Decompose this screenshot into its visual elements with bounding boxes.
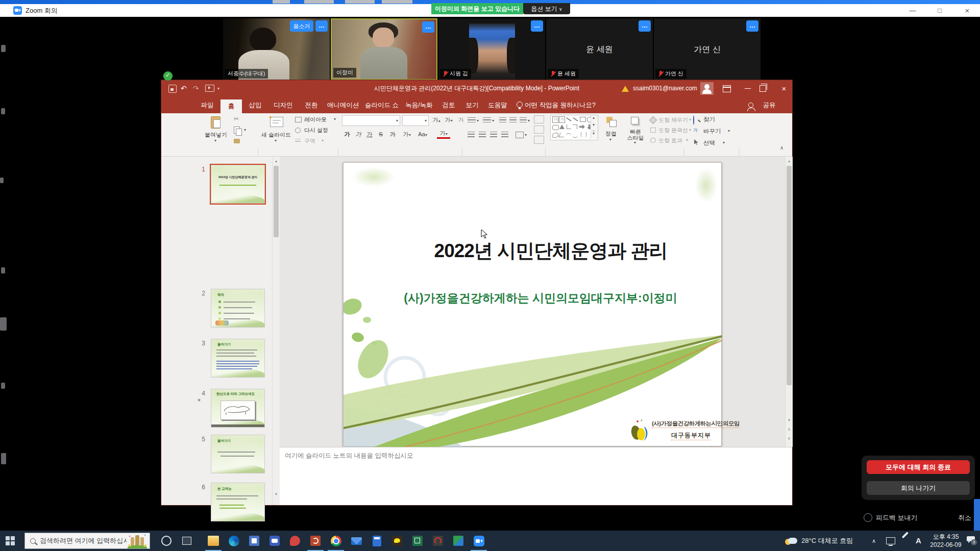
slide-thumbnail-6[interactable]: 본 교재는 xyxy=(211,483,265,521)
numbering-caret[interactable]: ▾ xyxy=(492,118,494,123)
taskbar-zoom[interactable] xyxy=(469,531,489,551)
slide-canvas[interactable]: 2022년 시민단체운영과 관리 (사)가정을건강하게하는 시민의모임대구지부:… xyxy=(343,162,722,446)
clear-formatting-button[interactable]: 가 xyxy=(455,115,467,124)
save-icon[interactable] xyxy=(168,85,177,93)
bullets-caret[interactable]: ▾ xyxy=(477,118,479,123)
tile-more-button[interactable]: … xyxy=(315,20,328,32)
start-slideshow-icon[interactable] xyxy=(205,85,214,92)
task-view-button[interactable] xyxy=(177,531,197,551)
copy-caret[interactable]: ▾ xyxy=(244,128,246,132)
text-shadow-button[interactable]: 가 xyxy=(387,130,398,139)
columns-button[interactable] xyxy=(516,132,524,138)
account-avatar-icon[interactable] xyxy=(700,82,714,95)
strikethrough-button[interactable]: S xyxy=(376,130,386,139)
taskbar-excel[interactable] xyxy=(407,531,428,551)
ime-indicator[interactable]: A xyxy=(916,531,921,551)
tile-more-button[interactable]: … xyxy=(531,20,543,32)
slide-thumbnail-4[interactable]: 한선으로 따라 그려보세요 xyxy=(211,389,265,428)
collapse-ribbon-button[interactable]: ∧ xyxy=(780,145,783,151)
tab-file[interactable]: 파일 xyxy=(195,97,219,113)
notes-pane[interactable]: 여기에 슬라이드 노트의 내용을 입력하십시오 xyxy=(280,447,792,505)
network-icon[interactable] xyxy=(886,537,895,544)
shapes-gallery[interactable]: 가 가 { } ▴ ▾ xyxy=(550,115,598,140)
pen-icon[interactable] xyxy=(902,532,909,538)
copy-icon[interactable] xyxy=(234,127,240,134)
video-tile-participant-3[interactable]: … 시원 김 xyxy=(438,18,545,80)
format-painter-icon[interactable] xyxy=(234,139,240,143)
slide-thumbnail-5[interactable]: 들어가기 xyxy=(211,435,265,473)
change-case-button[interactable]: Aa▾ xyxy=(415,130,430,140)
taskbar-edge[interactable] xyxy=(224,531,244,551)
zoom-maximize-button[interactable]: □ xyxy=(928,4,951,17)
italic-button[interactable]: 가 xyxy=(353,130,363,139)
taskbar-powerpoint[interactable] xyxy=(305,531,326,551)
slide-scrollbar[interactable]: ▴ ▾ ∧ ∨ xyxy=(785,157,793,447)
tell-me-box[interactable]: 어떤 작업을 원하시나요? xyxy=(525,97,601,113)
taskbar-file-explorer[interactable] xyxy=(203,531,224,551)
scroll-up-arrow[interactable]: ▴ xyxy=(786,158,793,165)
tab-slideshow[interactable]: 슬라이드 쇼 xyxy=(362,97,401,113)
share-button[interactable]: 공유 xyxy=(744,97,785,113)
zoom-close-button[interactable]: × xyxy=(955,4,979,17)
video-tile-participant-2[interactable]: … 이정미 xyxy=(331,18,437,80)
tab-view[interactable]: 보기 xyxy=(461,97,483,113)
account-email[interactable]: ssaim0301@naver.com xyxy=(633,80,697,97)
text-direction-button[interactable] xyxy=(534,115,544,123)
start-button[interactable] xyxy=(0,531,20,551)
cortana-button[interactable] xyxy=(156,531,177,551)
tray-chevron-up-icon[interactable]: ∧ xyxy=(872,531,876,551)
cut-icon[interactable]: ✂ xyxy=(234,115,239,122)
tab-insert[interactable]: 삽입 xyxy=(243,97,267,113)
thumbnail-scrollbar[interactable]: ▴ ▾ xyxy=(272,157,280,505)
weather-icon[interactable] xyxy=(785,537,798,545)
paste-button[interactable]: 붙여넣기 ▾ xyxy=(203,115,229,146)
notification-center-button[interactable]: 3 xyxy=(967,536,976,544)
taskbar-mail[interactable] xyxy=(346,531,366,551)
new-slide-button[interactable]: 새 슬라이드 ▾ xyxy=(261,115,291,146)
redo-icon[interactable]: ↷ xyxy=(193,84,199,92)
taskbar-hancom-office[interactable] xyxy=(448,531,469,551)
tab-record[interactable]: 녹음/녹화 xyxy=(402,97,436,113)
scroll-up-arrow[interactable]: ▴ xyxy=(273,158,280,165)
line-spacing-button[interactable] xyxy=(520,117,527,123)
video-tile-participant-1[interactable]: 음소거 … 서종수(대구대) xyxy=(223,18,330,80)
zoom-minimize-button[interactable]: — xyxy=(901,4,924,17)
previous-slide-button[interactable]: ∧ xyxy=(786,426,793,433)
scroll-down-arrow[interactable]: ▾ xyxy=(273,491,280,498)
taskbar-messaging-app[interactable] xyxy=(264,531,285,551)
taskbar-photos-app[interactable] xyxy=(244,531,264,551)
taskbar-security-app[interactable] xyxy=(285,531,305,551)
end-meeting-for-all-button[interactable]: 모두에 대해 회의 종료 xyxy=(867,460,970,474)
tile-more-button[interactable]: … xyxy=(746,20,758,32)
smartart-convert-button[interactable] xyxy=(534,136,544,144)
undo-icon[interactable]: ↶ xyxy=(181,84,187,92)
font-size-combobox[interactable]: ▾ xyxy=(402,115,429,126)
next-slide-button[interactable]: ∨ xyxy=(786,435,793,442)
shrink-font-button[interactable]: 가▾ xyxy=(443,115,454,126)
font-name-combobox[interactable]: ▾ xyxy=(342,115,400,126)
slide-subtitle[interactable]: (사)가정을건강하게하는 시민의모임대구지부:이정미 xyxy=(359,290,722,306)
align-center-button[interactable] xyxy=(479,132,486,138)
columns-caret[interactable]: ▾ xyxy=(525,133,527,137)
tab-animations[interactable]: 애니메이션 xyxy=(325,97,361,113)
leave-meeting-button[interactable]: 회의 나가기 xyxy=(867,481,970,495)
taskbar-acrobat[interactable] xyxy=(428,531,448,551)
feedback-checkbox[interactable] xyxy=(864,513,872,522)
underline-button[interactable]: 가 xyxy=(364,130,375,139)
character-spacing-button[interactable]: 가▾ xyxy=(400,130,413,140)
video-tile-participant-5[interactable]: 가연 신 … 가연 신 xyxy=(654,18,761,80)
weather-text[interactable]: 28°C 대체로 흐림 xyxy=(801,531,853,551)
taskbar-search-box[interactable]: 검색하려면 여기에 입력하십시오 xyxy=(24,533,150,549)
align-left-button[interactable] xyxy=(468,132,475,138)
arrange-button[interactable]: 정렬 ▾ xyxy=(599,115,623,146)
ppt-close-button[interactable]: × xyxy=(776,80,792,97)
ribbon-display-options-icon[interactable] xyxy=(723,85,731,92)
tab-help[interactable]: 도움말 xyxy=(484,97,511,113)
slide-title[interactable]: 2022년 시민단체운영과 관리 xyxy=(379,238,722,264)
scroll-down-arrow[interactable]: ▾ xyxy=(786,417,793,424)
view-options-button[interactable]: 옵션 보기 ∨ xyxy=(523,3,570,14)
tile-more-button[interactable]: … xyxy=(639,20,651,32)
cancel-button[interactable]: 취소 xyxy=(958,513,971,522)
increase-indent-button[interactable] xyxy=(509,117,517,123)
decrease-indent-button[interactable] xyxy=(499,117,506,123)
